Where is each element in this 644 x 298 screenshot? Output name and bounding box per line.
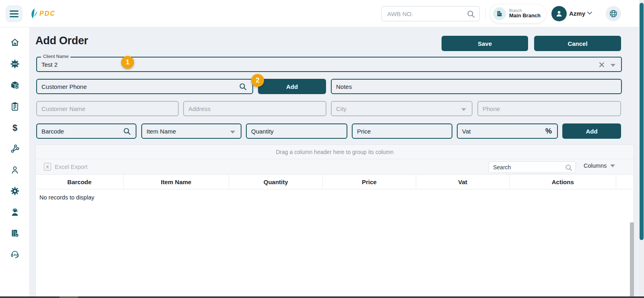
gear-new-icon: NEW — [10, 59, 20, 69]
home-icon — [10, 37, 20, 47]
grid-search-input[interactable] — [489, 162, 576, 173]
percent-icon: % — [545, 127, 552, 136]
price-field — [352, 123, 452, 139]
sidebar-item-new-orders[interactable]: NEW — [9, 58, 21, 70]
column-header-item-name[interactable]: Item Name — [124, 175, 229, 189]
sidebar-item-orders[interactable] — [9, 101, 21, 112]
sidebar-item-integrations[interactable] — [9, 143, 21, 154]
column-header-vat[interactable]: Vat — [416, 175, 510, 189]
customer-phone-field — [36, 79, 253, 94]
bottom-scrollbar — [0, 296, 644, 298]
client-name-label: Client Name — [41, 54, 70, 60]
ledger-icon — [10, 228, 20, 238]
page-scrollbar-thumb[interactable] — [640, 3, 644, 240]
vat-input[interactable] — [458, 124, 557, 138]
column-header-actions[interactable]: Actions — [510, 175, 616, 189]
dropdown-caret-icon — [461, 108, 466, 111]
grid-search-field — [489, 161, 576, 173]
grid-group-panel[interactable]: Drag a column header here to group its c… — [36, 145, 634, 159]
column-header-quantity[interactable]: Quantity — [229, 175, 323, 189]
quantity-input[interactable] — [247, 124, 347, 138]
search-icon[interactable] — [466, 10, 475, 18]
save-button[interactable]: Save — [442, 36, 528, 51]
items-grid: Drag a column header here to group its c… — [35, 144, 634, 296]
settings-gear-icon — [10, 186, 20, 196]
step-badge-1: 1 — [121, 56, 134, 69]
hamburger-icon — [10, 10, 19, 12]
logo-leaf-icon — [29, 8, 38, 19]
grid-toolbar: X Excel Export Columns — [36, 159, 634, 175]
user-avatar[interactable] — [551, 6, 567, 21]
phone-input[interactable] — [478, 102, 620, 115]
columns-label: Columns — [584, 162, 607, 169]
clipboard-icon — [10, 102, 20, 111]
clear-icon[interactable] — [599, 62, 605, 68]
sidebar-item-settings[interactable] — [9, 185, 21, 197]
topbar-divider — [485, 9, 486, 18]
price-input[interactable] — [353, 124, 452, 138]
step-badge-2: 2 — [251, 74, 264, 87]
hamburger-menu-button[interactable] — [6, 5, 23, 22]
awb-search-input[interactable] — [382, 6, 479, 21]
dropdown-caret-icon — [610, 164, 615, 167]
item-name-select[interactable] — [142, 124, 241, 138]
header-scroll-spacer — [616, 175, 634, 189]
item-name-field — [141, 123, 242, 139]
add-item-button[interactable]: Add — [562, 123, 621, 139]
network-icon — [10, 144, 20, 154]
topbar: PDC Branch Main Branch Azmy — [0, 0, 644, 27]
vat-field: % — [457, 123, 558, 139]
chevron-down-icon[interactable] — [587, 11, 592, 15]
customer-name-field — [36, 101, 179, 116]
person-icon — [555, 9, 564, 18]
customer-phone-input[interactable] — [37, 80, 252, 93]
sidebar-item-customers[interactable] — [9, 164, 21, 176]
search-icon[interactable] — [565, 164, 573, 172]
sidebar-nav: NEW $ AI — [0, 27, 30, 298]
empty-records-message: No records to display — [39, 194, 94, 201]
main-content: Add Order Save Cancel Client Name 1 2 Ad… — [30, 27, 639, 298]
quantity-field — [246, 123, 347, 139]
city-select[interactable] — [332, 102, 472, 115]
excel-export-button[interactable]: X Excel Export — [44, 163, 87, 171]
grid-body: No records to display — [36, 189, 634, 296]
columns-chooser-button[interactable]: Columns — [584, 162, 615, 169]
svg-text:NEW: NEW — [12, 63, 17, 65]
barcode-field — [36, 123, 136, 139]
search-icon[interactable] — [239, 82, 248, 91]
column-header-price[interactable]: Price — [323, 175, 416, 189]
app-logo[interactable]: PDC — [29, 8, 56, 20]
user-name[interactable]: Azmy — [569, 10, 585, 17]
branch-selector[interactable]: Branch Main Branch — [490, 4, 546, 23]
bottom-scrollbar-thumb[interactable] — [60, 296, 78, 298]
language-button[interactable] — [606, 6, 621, 21]
sidebar-item-shipments[interactable] — [9, 80, 21, 91]
address-input[interactable] — [184, 102, 326, 115]
sidebar-item-finance[interactable]: $ — [9, 122, 21, 134]
cancel-button[interactable]: Cancel — [534, 36, 621, 51]
page-scrollbar-track[interactable] — [639, 0, 644, 298]
support-agent-icon — [10, 208, 20, 217]
customer-name-input[interactable] — [37, 102, 178, 115]
branch-name: Main Branch — [509, 13, 541, 19]
package-icon — [10, 80, 20, 90]
barcode-input[interactable] — [37, 124, 136, 138]
dropdown-caret-icon[interactable] — [611, 64, 615, 67]
sidebar-item-home[interactable] — [9, 37, 21, 48]
awb-search-field — [381, 6, 480, 21]
app-root: PDC Branch Main Branch Azmy — [0, 0, 644, 298]
dropdown-caret-icon[interactable] — [230, 131, 235, 134]
column-header-barcode[interactable]: Barcode — [36, 175, 124, 189]
sidebar-item-ai-assistant[interactable]: AI — [9, 249, 21, 260]
grid-group-hint: Drag a column header here to group its c… — [276, 149, 394, 155]
globe-icon — [609, 9, 618, 18]
svg-text:$: $ — [12, 123, 17, 133]
sidebar-item-couriers[interactable] — [9, 207, 21, 218]
search-icon[interactable] — [123, 127, 132, 136]
notes-input[interactable] — [332, 80, 621, 93]
notes-field — [331, 79, 622, 94]
add-customer-button[interactable]: Add — [258, 79, 326, 94]
sidebar-item-reports[interactable] — [9, 228, 21, 239]
page-title: Add Order — [35, 35, 88, 47]
grid-vertical-scrollbar[interactable] — [630, 222, 634, 298]
